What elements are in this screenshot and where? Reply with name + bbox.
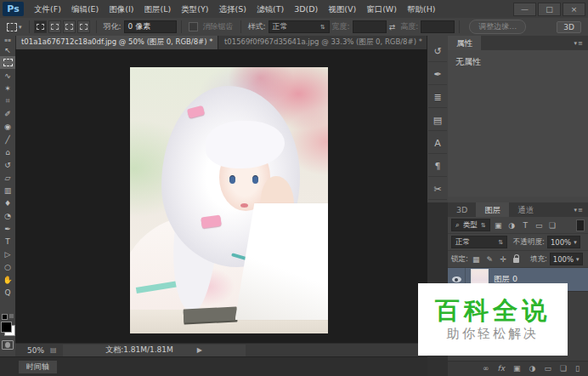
layer-style-icon[interactable]: fx [498, 362, 506, 376]
filter-type-layers-icon[interactable]: T [520, 221, 531, 230]
quick-mask-button[interactable] [2, 340, 14, 350]
menu-image[interactable]: 图像(I) [104, 0, 139, 18]
maximize-button[interactable]: □ [538, 3, 561, 16]
panel-menu-icon[interactable]: ▾≡ [574, 40, 588, 47]
fill-input[interactable]: 100% ▾ [550, 253, 583, 265]
tool-preset-picker[interactable]: ▾ [4, 23, 25, 31]
lock-position-icon[interactable]: ✛ [498, 255, 509, 264]
magic-wand-tool[interactable]: ✶ [0, 82, 15, 94]
height-input[interactable] [421, 20, 455, 33]
menu-help[interactable]: 帮助(H) [402, 0, 441, 18]
tab-timeline[interactable]: 时间轴 [19, 361, 57, 373]
tab-properties[interactable]: 属性 [448, 36, 481, 50]
canvas-area[interactable] [15, 49, 427, 343]
tab-layers[interactable]: 图层 [476, 202, 509, 217]
filter-pixel-layers-icon[interactable]: ▣ [493, 221, 504, 230]
brush-tool[interactable]: ╱ [0, 133, 15, 145]
blend-mode-select[interactable]: 正常 ⇅ [451, 236, 507, 248]
hand-tool[interactable]: ✋ [0, 273, 15, 286]
paragraph-panel-icon[interactable]: ¶ [428, 156, 447, 177]
divider [96, 20, 97, 33]
minimize-button[interactable]: — [513, 3, 536, 16]
pen-tool[interactable]: ✒ [0, 222, 15, 235]
intersect-selection-button[interactable] [77, 20, 90, 33]
add-selection-button[interactable] [48, 20, 61, 33]
toolbar-collapse-handle[interactable]: ▪▪ [4, 36, 11, 43]
history-brush-tool[interactable]: ↺ [0, 158, 15, 171]
tab-channels[interactable]: 通道 [509, 202, 542, 217]
brush-presets-panel-icon[interactable]: ≣ [428, 87, 447, 108]
shape-tool[interactable]: ○ [0, 260, 15, 273]
new-group-icon[interactable]: ▭ [544, 362, 551, 376]
tool-presets-panel-icon[interactable]: ✂ [428, 179, 447, 200]
default-colors-controls[interactable] [2, 314, 14, 320]
blend-mode-value: 正常 [455, 237, 470, 248]
link-layers-icon[interactable]: ∞ [483, 362, 489, 376]
path-selection-tool[interactable]: ▷ [0, 248, 15, 260]
menu-edit[interactable]: 编辑(E) [66, 0, 104, 18]
rectangular-marquee-tool[interactable] [0, 56, 15, 69]
subtract-selection-button[interactable] [63, 20, 76, 33]
lasso-tool[interactable]: ∿ [0, 69, 15, 82]
menu-3d[interactable]: 3D(D) [289, 0, 323, 18]
menu-file[interactable]: 文件(F) [29, 0, 66, 18]
menu-type[interactable]: 类型(Y) [176, 0, 213, 18]
refine-edge-button[interactable]: 调整边缘… [469, 20, 526, 34]
menu-select[interactable]: 选择(S) [213, 0, 251, 18]
feather-input[interactable]: 0 像素 [124, 20, 177, 33]
style-value: 正常 [273, 21, 288, 32]
chevron-down-icon: ▾ [19, 24, 22, 31]
healing-brush-tool[interactable]: ◉ [0, 120, 15, 133]
adjustment-layer-icon[interactable]: ◑ [529, 362, 536, 376]
color-swatches[interactable] [1, 322, 15, 336]
menu-view[interactable]: 视图(V) [323, 0, 361, 18]
style-select[interactable]: 正常 ⇅ [269, 20, 330, 33]
move-tool[interactable]: ↖ [0, 43, 15, 56]
history-panel-icon[interactable]: ↺ [428, 41, 447, 62]
lock-transparency-icon[interactable]: ▦ [471, 255, 482, 264]
document-tab-2[interactable]: t01569f0f967d35641a.jpg @ 33.3% (图层 0, R… [218, 36, 427, 49]
new-layer-icon[interactable]: ❏ [560, 362, 567, 376]
canvas-image[interactable] [130, 67, 328, 333]
eyedropper-tool[interactable]: ✐ [0, 107, 15, 120]
eraser-tool[interactable]: ▱ [0, 171, 15, 184]
width-input[interactable] [353, 20, 387, 33]
new-selection-button[interactable] [34, 20, 47, 33]
menu-layer[interactable]: 图层(L) [139, 0, 177, 18]
document-tab-1[interactable]: t01a1a676712c18a0df.jpg @ 50% (图层 0, RGB… [15, 36, 218, 49]
menu-window[interactable]: 窗口(W) [361, 0, 402, 18]
filter-smart-objects-icon[interactable]: ❏ [547, 221, 558, 230]
tools-panel: ▪▪ ↖ ∿ ✶ ⌗ ✐ ◉ ╱ ⌂ ↺ ▱ ▥ ♦ ◔ ✒ T ▷ ○ ✋ Q [0, 36, 16, 356]
lock-pixels-icon[interactable]: ✎ [484, 255, 495, 264]
add-mask-icon[interactable]: ▣ [513, 362, 521, 376]
crop-tool[interactable]: ⌗ [0, 94, 15, 107]
character-panel-icon[interactable]: A [428, 133, 447, 154]
foreground-color-swatch[interactable] [1, 322, 12, 333]
menu-filter[interactable]: 滤镜(T) [252, 0, 289, 18]
lock-all-icon[interactable] [513, 258, 519, 263]
zoom-tool[interactable]: Q [0, 286, 15, 299]
brush-panel-icon[interactable]: ✒ [428, 64, 447, 85]
clone-stamp-tool[interactable]: ⌂ [0, 145, 15, 158]
delete-layer-icon[interactable]: ▯ [575, 362, 580, 376]
type-tool[interactable]: T [0, 235, 15, 248]
filter-adjustment-layers-icon[interactable]: ◑ [506, 221, 517, 230]
blur-tool[interactable]: ♦ [0, 197, 15, 209]
antialias-checkbox[interactable] [189, 22, 198, 31]
layer-comps-panel-icon[interactable]: ▤ [428, 110, 447, 131]
panel-menu-icon[interactable]: ▾≡ [574, 207, 588, 214]
close-button[interactable]: × [563, 3, 585, 16]
zoom-level[interactable]: 50% [27, 346, 44, 355]
filter-toggle[interactable] [576, 219, 585, 231]
tool-options-bar: ▾ 羽化: 0 像素 消除锯齿 样式: 正常 ⇅ 宽度: ⇄ 高度: 调整边缘…… [0, 18, 588, 37]
status-menu-arrow-icon[interactable]: ▶ [197, 346, 202, 354]
dodge-tool[interactable]: ◔ [0, 209, 15, 222]
tab-3d[interactable]: 3D [448, 202, 476, 217]
layer-filter-select[interactable]: ⌕ 类型 ⇅ [451, 219, 490, 231]
filter-shape-layers-icon[interactable]: ▭ [534, 221, 545, 230]
gradient-tool[interactable]: ▥ [0, 184, 15, 197]
default-colors-icon [2, 314, 8, 320]
workspace-3d-button[interactable]: 3D [557, 21, 581, 33]
opacity-input[interactable]: 100% ▾ [547, 236, 580, 248]
swap-dimensions-icon[interactable]: ⇄ [389, 23, 396, 31]
